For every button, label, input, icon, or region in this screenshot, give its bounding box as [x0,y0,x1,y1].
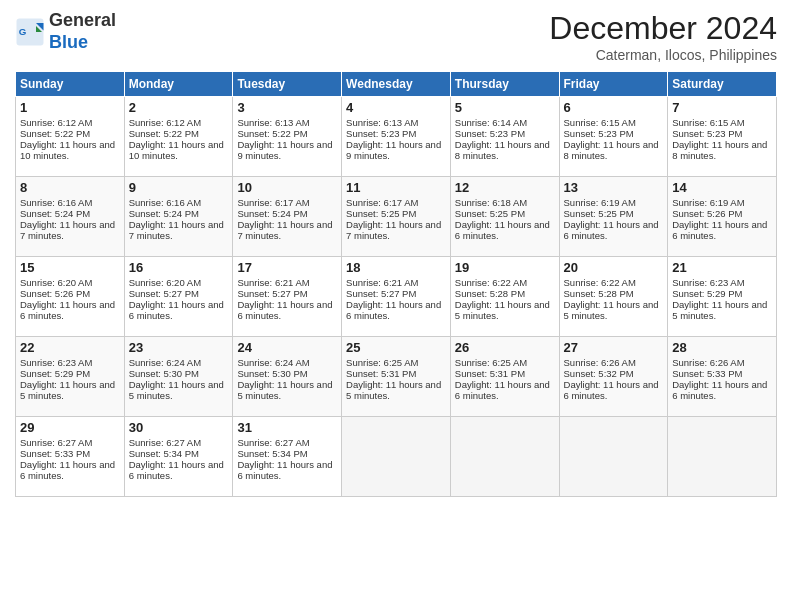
svg-text:G: G [19,26,27,37]
calendar-cell: 24 Sunrise: 6:24 AM Sunset: 5:30 PM Dayl… [233,337,342,417]
day-number: 8 [20,180,120,195]
sunset-label: Sunset: 5:28 PM [564,288,634,299]
sunset-label: Sunset: 5:29 PM [20,368,90,379]
calendar-cell: 11 Sunrise: 6:17 AM Sunset: 5:25 PM Dayl… [342,177,451,257]
daylight-label: Daylight: 11 hours and 5 minutes. [346,379,441,401]
daylight-label: Daylight: 11 hours and 6 minutes. [129,459,224,481]
sunrise-label: Sunrise: 6:21 AM [237,277,309,288]
sunset-label: Sunset: 5:22 PM [129,128,199,139]
calendar-cell: 20 Sunrise: 6:22 AM Sunset: 5:28 PM Dayl… [559,257,668,337]
sunrise-label: Sunrise: 6:19 AM [672,197,744,208]
daylight-label: Daylight: 11 hours and 8 minutes. [455,139,550,161]
sunrise-label: Sunrise: 6:17 AM [237,197,309,208]
daylight-label: Daylight: 11 hours and 6 minutes. [564,219,659,241]
sunrise-label: Sunrise: 6:13 AM [237,117,309,128]
calendar-page: G GeneralBlue December 2024 Caterman, Il… [0,0,792,612]
calendar-cell [559,417,668,497]
daylight-label: Daylight: 11 hours and 5 minutes. [20,379,115,401]
sunrise-label: Sunrise: 6:27 AM [129,437,201,448]
calendar-cell: 30 Sunrise: 6:27 AM Sunset: 5:34 PM Dayl… [124,417,233,497]
daylight-label: Daylight: 11 hours and 5 minutes. [455,299,550,321]
sunrise-label: Sunrise: 6:23 AM [672,277,744,288]
calendar-cell: 19 Sunrise: 6:22 AM Sunset: 5:28 PM Dayl… [450,257,559,337]
sunset-label: Sunset: 5:34 PM [129,448,199,459]
daylight-label: Daylight: 11 hours and 6 minutes. [672,219,767,241]
sunset-label: Sunset: 5:27 PM [346,288,416,299]
day-number: 6 [564,100,664,115]
day-number: 10 [237,180,337,195]
calendar-cell: 17 Sunrise: 6:21 AM Sunset: 5:27 PM Dayl… [233,257,342,337]
day-number: 7 [672,100,772,115]
day-number: 12 [455,180,555,195]
calendar-cell: 1 Sunrise: 6:12 AM Sunset: 5:22 PM Dayli… [16,97,125,177]
calendar-cell: 4 Sunrise: 6:13 AM Sunset: 5:23 PM Dayli… [342,97,451,177]
sunrise-label: Sunrise: 6:16 AM [20,197,92,208]
sunrise-label: Sunrise: 6:27 AM [237,437,309,448]
sunrise-label: Sunrise: 6:12 AM [129,117,201,128]
day-number: 24 [237,340,337,355]
calendar-week-5: 29 Sunrise: 6:27 AM Sunset: 5:33 PM Dayl… [16,417,777,497]
sunset-label: Sunset: 5:26 PM [672,208,742,219]
calendar-cell: 21 Sunrise: 6:23 AM Sunset: 5:29 PM Dayl… [668,257,777,337]
day-number: 3 [237,100,337,115]
daylight-label: Daylight: 11 hours and 5 minutes. [564,299,659,321]
day-number: 1 [20,100,120,115]
sunrise-label: Sunrise: 6:26 AM [564,357,636,368]
sunrise-label: Sunrise: 6:15 AM [672,117,744,128]
sunset-label: Sunset: 5:30 PM [129,368,199,379]
sunrise-label: Sunrise: 6:20 AM [20,277,92,288]
sunset-label: Sunset: 5:22 PM [237,128,307,139]
day-number: 2 [129,100,229,115]
daylight-label: Daylight: 11 hours and 6 minutes. [346,299,441,321]
daylight-label: Daylight: 11 hours and 7 minutes. [129,219,224,241]
daylight-label: Daylight: 11 hours and 10 minutes. [20,139,115,161]
daylight-label: Daylight: 11 hours and 7 minutes. [237,219,332,241]
sunset-label: Sunset: 5:24 PM [20,208,90,219]
calendar-week-2: 8 Sunrise: 6:16 AM Sunset: 5:24 PM Dayli… [16,177,777,257]
day-header-friday: Friday [559,72,668,97]
day-number: 11 [346,180,446,195]
sunset-label: Sunset: 5:31 PM [346,368,416,379]
sunset-label: Sunset: 5:32 PM [564,368,634,379]
daylight-label: Daylight: 11 hours and 6 minutes. [237,459,332,481]
day-number: 20 [564,260,664,275]
daylight-label: Daylight: 11 hours and 6 minutes. [237,299,332,321]
sunrise-label: Sunrise: 6:24 AM [129,357,201,368]
sunset-label: Sunset: 5:25 PM [455,208,525,219]
daylight-label: Daylight: 11 hours and 6 minutes. [672,379,767,401]
sunrise-label: Sunrise: 6:16 AM [129,197,201,208]
sunrise-label: Sunrise: 6:15 AM [564,117,636,128]
sunset-label: Sunset: 5:28 PM [455,288,525,299]
day-number: 16 [129,260,229,275]
sunrise-label: Sunrise: 6:24 AM [237,357,309,368]
sunrise-label: Sunrise: 6:27 AM [20,437,92,448]
daylight-label: Daylight: 11 hours and 6 minutes. [20,459,115,481]
day-number: 18 [346,260,446,275]
calendar-week-3: 15 Sunrise: 6:20 AM Sunset: 5:26 PM Dayl… [16,257,777,337]
sunset-label: Sunset: 5:22 PM [20,128,90,139]
day-number: 15 [20,260,120,275]
day-number: 5 [455,100,555,115]
day-number: 23 [129,340,229,355]
calendar-cell: 16 Sunrise: 6:20 AM Sunset: 5:27 PM Dayl… [124,257,233,337]
sunset-label: Sunset: 5:23 PM [346,128,416,139]
sunrise-label: Sunrise: 6:22 AM [564,277,636,288]
day-number: 31 [237,420,337,435]
calendar-cell: 6 Sunrise: 6:15 AM Sunset: 5:23 PM Dayli… [559,97,668,177]
day-number: 22 [20,340,120,355]
calendar-table: SundayMondayTuesdayWednesdayThursdayFrid… [15,71,777,497]
day-header-monday: Monday [124,72,233,97]
daylight-label: Daylight: 11 hours and 5 minutes. [129,379,224,401]
calendar-cell: 7 Sunrise: 6:15 AM Sunset: 5:23 PM Dayli… [668,97,777,177]
sunset-label: Sunset: 5:23 PM [455,128,525,139]
calendar-week-4: 22 Sunrise: 6:23 AM Sunset: 5:29 PM Dayl… [16,337,777,417]
logo: G GeneralBlue [15,10,116,53]
day-number: 13 [564,180,664,195]
calendar-cell: 27 Sunrise: 6:26 AM Sunset: 5:32 PM Dayl… [559,337,668,417]
sunrise-label: Sunrise: 6:21 AM [346,277,418,288]
calendar-header-row: SundayMondayTuesdayWednesdayThursdayFrid… [16,72,777,97]
sunset-label: Sunset: 5:33 PM [672,368,742,379]
day-number: 25 [346,340,446,355]
day-number: 9 [129,180,229,195]
day-number: 19 [455,260,555,275]
